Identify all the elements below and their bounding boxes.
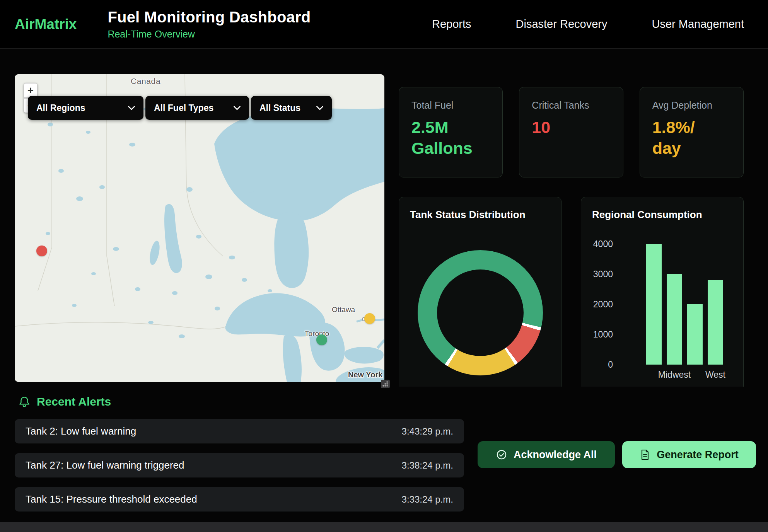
stat-label: Avg Depletion	[652, 100, 731, 111]
y-tick-label: 0	[608, 360, 613, 370]
stat-label: Total Fuel	[411, 100, 490, 111]
y-tick-label: 3000	[593, 269, 613, 280]
acknowledge-all-label: Acknowledge All	[514, 449, 597, 461]
donut-hole	[437, 269, 524, 356]
page-subtitle: Real-Time Overview	[108, 29, 311, 40]
tank-status-distribution-card: Tank Status Distribution	[399, 197, 561, 387]
alert-message: Tank 27: Low fuel warning triggered	[26, 459, 184, 471]
brand-logo[interactable]: AirMatrix	[15, 16, 77, 32]
status-filter-dropdown[interactable]: All Status	[251, 96, 332, 120]
alert-message: Tank 15: Pressure threshold exceeded	[26, 493, 197, 505]
y-tick-label: 1000	[593, 329, 613, 340]
map-resize-handle[interactable]	[381, 380, 390, 388]
alert-list: Tank 2: Low fuel warning 3:43:29 p.m. Ta…	[15, 419, 464, 521]
main-nav: Reports Disaster Recovery User Managemen…	[432, 18, 744, 31]
bar-1	[667, 274, 682, 365]
app-header: AirMatrix Fuel Monitoring Dashboard Real…	[0, 0, 768, 49]
stat-label: Critical Tanks	[532, 100, 610, 111]
recent-alerts-header: Recent Alerts	[18, 395, 111, 408]
map-label-ottawa: Ottawa	[332, 305, 355, 314]
regional-consumption-card: Regional Consumption 01000200030004000 M…	[581, 197, 744, 387]
generate-report-label: Generate Report	[657, 449, 739, 461]
bell-icon	[18, 396, 31, 408]
alert-actions: Acknowledge All Generate Report	[478, 441, 756, 468]
stats-row: Total Fuel 2.5M Gallons Critical Tanks 1…	[399, 87, 744, 177]
regional-consumption-bar-chart: 01000200030004000 MidwestWest	[592, 244, 732, 380]
tank-marker-normal[interactable]	[316, 334, 327, 345]
bar-chart-plot	[619, 244, 732, 365]
region-filter-dropdown[interactable]: All Regions	[28, 96, 143, 120]
charts-row: Tank Status Distribution Regional Consum…	[399, 197, 744, 387]
chart-title: Regional Consumption	[592, 209, 732, 221]
tank-status-donut	[418, 250, 543, 375]
fuel-type-filter-label: All Fuel Types	[154, 103, 213, 113]
y-tick-label: 4000	[593, 239, 613, 249]
nav-user-management[interactable]: User Management	[652, 18, 744, 31]
region-filter-label: All Regions	[36, 103, 85, 113]
nav-disaster-recovery[interactable]: Disaster Recovery	[516, 18, 608, 31]
x-tick-label: Midwest	[667, 370, 682, 380]
stat-card-critical-tanks: Critical Tanks 10	[519, 87, 623, 177]
alert-row[interactable]: Tank 2: Low fuel warning 3:43:29 p.m.	[15, 419, 464, 443]
alert-timestamp: 3:33:24 p.m.	[402, 494, 453, 505]
bar-chart-plot-column: MidwestWest	[619, 244, 732, 380]
stat-value-total-fuel: 2.5M Gallons	[411, 117, 490, 159]
page-title-block: Fuel Monitoring Dashboard Real-Time Over…	[108, 9, 311, 40]
map-label-canada: Canada	[131, 77, 160, 86]
alert-row[interactable]: Tank 27: Low fuel warning triggered 3:38…	[15, 453, 464, 477]
status-filter-label: All Status	[259, 103, 300, 113]
bar-chart-y-axis: 01000200030004000	[592, 244, 619, 365]
acknowledge-all-button[interactable]: Acknowledge All	[478, 441, 615, 468]
grip-dots-icon	[381, 380, 390, 388]
tank-marker-critical[interactable]	[36, 246, 47, 256]
alert-timestamp: 3:43:29 p.m.	[402, 426, 453, 437]
x-tick-label	[687, 370, 703, 380]
nav-reports[interactable]: Reports	[432, 18, 471, 31]
stat-card-avg-depletion: Avg Depletion 1.8%/ day	[640, 87, 744, 177]
tank-marker-warning[interactable]	[364, 313, 375, 324]
document-icon	[640, 449, 650, 460]
bar-0	[646, 244, 662, 365]
recent-alerts-title: Recent Alerts	[37, 395, 111, 408]
chevron-down-icon	[316, 106, 323, 110]
stat-value-critical-tanks: 10	[532, 117, 610, 138]
generate-report-button[interactable]: Generate Report	[622, 441, 756, 468]
fuel-type-filter-dropdown[interactable]: All Fuel Types	[145, 96, 249, 120]
check-circle-icon	[496, 449, 507, 460]
map-filter-bar: All Regions All Fuel Types All Status	[28, 96, 332, 120]
stat-value-avg-depletion: 1.8%/ day	[652, 117, 731, 159]
chevron-down-icon	[128, 106, 135, 110]
bar-3	[708, 280, 723, 365]
map-label-new-york: New York	[348, 370, 382, 379]
fuel-map[interactable]: Canada Ottawa Toronto New York + − All R…	[15, 74, 384, 382]
alert-timestamp: 3:38:24 p.m.	[402, 460, 453, 471]
alert-row[interactable]: Tank 15: Pressure threshold exceeded 3:3…	[15, 487, 464, 512]
chevron-down-icon	[234, 106, 241, 110]
y-tick-label: 2000	[593, 299, 613, 310]
alert-message: Tank 2: Low fuel warning	[26, 425, 136, 437]
chart-title: Tank Status Distribution	[410, 209, 550, 221]
bottom-scroll-strip[interactable]	[0, 522, 768, 532]
bar-chart-x-axis: MidwestWest	[619, 370, 732, 380]
x-tick-label: West	[708, 370, 723, 380]
stat-card-total-fuel: Total Fuel 2.5M Gallons	[399, 87, 503, 177]
page-title: Fuel Monitoring Dashboard	[108, 9, 311, 26]
bar-2	[687, 304, 703, 365]
